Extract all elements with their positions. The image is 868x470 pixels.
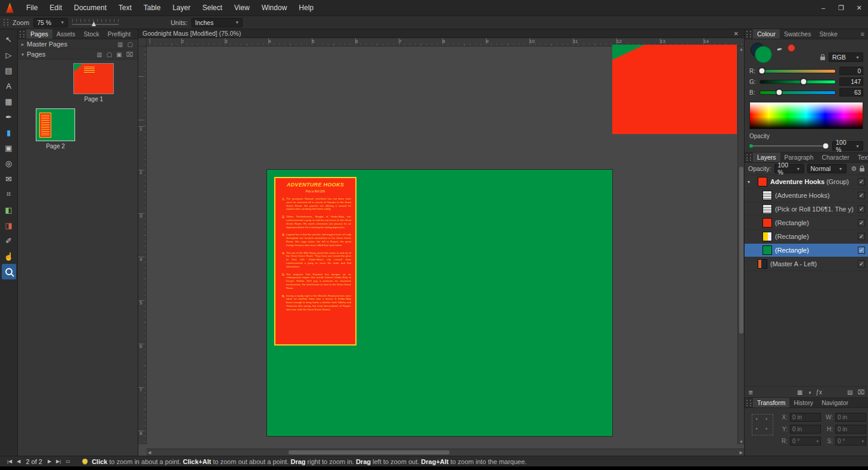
zoom-value-dropdown[interactable]: 75 % ▼: [33, 18, 68, 27]
disclosure-triangle-icon[interactable]: ▾: [748, 179, 755, 185]
units-dropdown[interactable]: Inches ▼: [191, 18, 243, 27]
prev-page-button[interactable]: ◀: [14, 459, 23, 464]
menu-file[interactable]: File: [20, 0, 44, 15]
lock-icon[interactable]: [860, 168, 864, 172]
frame-text-tool[interactable]: ▤: [2, 63, 16, 78]
menu-view[interactable]: View: [228, 0, 256, 15]
menu-edit[interactable]: Edit: [44, 0, 68, 15]
panel-drag-handle[interactable]: [746, 154, 751, 161]
page1-spread-partial[interactable]: [612, 45, 737, 134]
page2-green-rectangle[interactable]: ADVENTURE HOOKS Pick or Roll 1D6 1.The y…: [267, 170, 612, 436]
close-button[interactable]: ✕: [850, 0, 868, 15]
add-master-page-icon[interactable]: ▥: [117, 41, 123, 48]
horizontal-scrollbar[interactable]: ◀ ▶: [147, 449, 744, 456]
vertical-scrollbar[interactable]: ▲ ▼: [737, 46, 744, 444]
layer-row-1[interactable]: ▾Adventure Hooks (Group)✓: [745, 175, 868, 189]
colour-panel-menu-icon[interactable]: ≡: [857, 30, 868, 38]
rectangle-tool[interactable]: ▮: [2, 124, 16, 140]
new-layer-icon[interactable]: ▤: [847, 389, 852, 396]
first-page-button[interactable]: |◀: [5, 459, 14, 464]
chevron-right-icon[interactable]: ▸: [21, 42, 24, 47]
panel-drag-handle[interactable]: [20, 31, 24, 38]
opacity-slider[interactable]: [749, 145, 829, 147]
slider-knob[interactable]: [758, 68, 765, 74]
colour-opacity-dropdown[interactable]: 100 % ▼: [832, 141, 863, 151]
page-item-2[interactable]: Page 2: [36, 108, 75, 150]
table-tool[interactable]: ▦: [2, 94, 16, 109]
document-tab-title[interactable]: Goodnight Maus [Modified] (75.0%): [142, 30, 241, 37]
slider-knob[interactable]: [776, 89, 782, 96]
layers-opacity-dropdown[interactable]: 100 % ▼: [774, 164, 804, 173]
duplicate-page-icon[interactable]: ▣: [116, 51, 122, 58]
layer-visibility-checkbox[interactable]: ✓: [858, 219, 865, 226]
layer-visibility-checkbox[interactable]: ✓: [858, 192, 865, 199]
adventure-hooks-text-frame[interactable]: ADVENTURE HOOKS Pick or Roll 1D6 1.The y…: [274, 177, 356, 346]
layer-row-5[interactable]: (Rectangle)✓: [745, 230, 868, 244]
lock-icon[interactable]: [820, 57, 825, 60]
tab-preflight[interactable]: Preflight: [104, 29, 135, 39]
fx-icon[interactable]: ƒx: [816, 389, 822, 396]
chevron-down-icon[interactable]: ▾: [21, 52, 24, 57]
tab-colour[interactable]: Colour: [753, 29, 780, 39]
menu-window[interactable]: Window: [256, 0, 293, 15]
delete-layer-icon[interactable]: ⌧: [857, 389, 864, 396]
panel-drag-handle[interactable]: [746, 31, 751, 38]
zoom-tool[interactable]: [2, 264, 16, 279]
layers-stack-icon[interactable]: ≣: [748, 389, 753, 396]
menu-select[interactable]: Select: [196, 0, 228, 15]
place-image-tool[interactable]: ✉: [2, 171, 16, 186]
tab-stroke[interactable]: Stroke: [815, 29, 841, 39]
tab-text-styles[interactable]: Text Styles: [854, 152, 868, 162]
mask-icon[interactable]: ▦: [797, 389, 802, 396]
ruler-corner[interactable]: [138, 38, 147, 46]
colour-slider-track[interactable]: [760, 91, 836, 95]
transform-field-w[interactable]: 0 in: [835, 413, 866, 422]
tab-stock[interactable]: Stock: [79, 29, 103, 39]
page-item-1[interactable]: Page 1: [73, 63, 114, 102]
menu-help[interactable]: Help: [293, 0, 320, 15]
transform-field-s[interactable]: 0 °▾: [835, 437, 866, 446]
layers-empty-area[interactable]: [745, 271, 868, 386]
pen-tool[interactable]: ✒: [2, 109, 16, 124]
spread-view-icon[interactable]: ▥: [97, 51, 102, 58]
close-document-icon[interactable]: ✕: [728, 30, 744, 37]
adjustment-icon[interactable]: ◑: [807, 389, 811, 396]
tab-transform[interactable]: Transform: [753, 398, 789, 407]
vertical-scrollbar-thumb[interactable]: [739, 167, 743, 334]
menu-text[interactable]: Text: [113, 0, 138, 15]
toolbar-drag-handle[interactable]: [4, 19, 8, 26]
fill-colour-swatch[interactable]: [755, 46, 772, 63]
transform-field-x[interactable]: 0 in: [790, 413, 821, 422]
tab-layers[interactable]: Layers: [753, 152, 780, 162]
panel-drag-handle[interactable]: [746, 400, 751, 406]
page1-red-rectangle[interactable]: [612, 45, 737, 134]
canvas-viewport[interactable]: 234567891011121314 12345678 ADVENTURE HO…: [138, 38, 744, 456]
scroll-right-icon[interactable]: ▶: [740, 450, 743, 455]
tab-swatches[interactable]: Swatches: [780, 29, 816, 39]
colour-mode-dropdown[interactable]: RGB ▼: [829, 52, 863, 62]
slider-value-field[interactable]: 0: [839, 67, 863, 75]
eyedropper-icon[interactable]: ✒: [776, 45, 783, 54]
layer-visibility-checkbox[interactable]: ✓: [858, 247, 865, 254]
tab-paragraph[interactable]: Paragraph: [780, 152, 818, 162]
layer-visibility-checkbox[interactable]: ✓: [858, 178, 865, 185]
colour-slider-track[interactable]: [760, 80, 836, 84]
transform-field-y[interactable]: 0 in: [790, 425, 821, 434]
menu-layer[interactable]: Layer: [166, 0, 196, 15]
menu-document[interactable]: Document: [68, 0, 113, 15]
layer-row-6[interactable]: (Rectangle)✓: [745, 244, 868, 257]
page-thumbnail[interactable]: [36, 108, 75, 141]
restore-button[interactable]: ❐: [832, 0, 850, 15]
layer-row-2[interactable]: (Adventure Hooks)✓: [745, 189, 868, 203]
menu-table[interactable]: Table: [138, 0, 167, 15]
page-thumbnail[interactable]: [73, 63, 114, 94]
delete-page-icon[interactable]: ⌧: [126, 51, 133, 58]
opacity-slider-knob[interactable]: [822, 143, 829, 150]
colour-slider-track[interactable]: [760, 69, 836, 73]
scroll-up-icon[interactable]: ▲: [739, 47, 743, 51]
scroll-down-icon[interactable]: ▼: [739, 440, 743, 444]
layer-row-3[interactable]: (Pick or Roll 1D6¶1. The y)✓: [745, 203, 868, 216]
picked-colour-swatch[interactable]: [788, 44, 795, 52]
picture-frame-rectangle-tool[interactable]: ▣: [2, 140, 16, 155]
layer-row-7[interactable]: (Master A - Left)✓: [745, 257, 868, 271]
